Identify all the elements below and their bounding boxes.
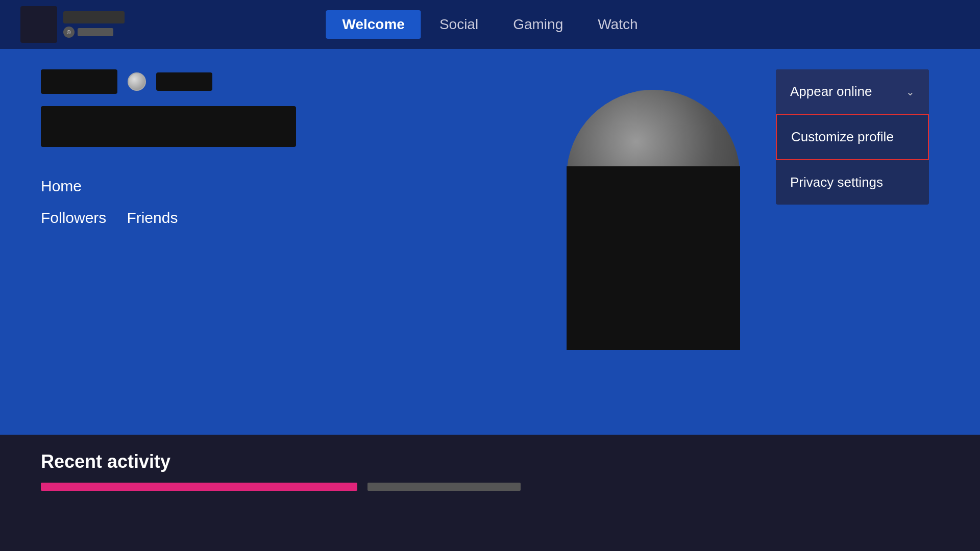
gamertag-row: © bbox=[63, 27, 125, 38]
privacy-settings-item[interactable]: Privacy settings bbox=[776, 160, 929, 205]
tab-welcome[interactable]: Welcome bbox=[326, 10, 421, 39]
profile-nav-links: Home Followers Friends bbox=[41, 171, 286, 231]
privacy-settings-label: Privacy settings bbox=[790, 174, 883, 190]
tab-watch[interactable]: Watch bbox=[581, 10, 654, 39]
avatar-body bbox=[567, 166, 740, 350]
bio-block bbox=[41, 106, 296, 147]
online-indicator bbox=[128, 72, 146, 91]
left-panel: Home Followers Friends bbox=[0, 49, 327, 435]
gamertag-text bbox=[78, 28, 113, 36]
tab-gaming[interactable]: Gaming bbox=[497, 10, 579, 39]
chevron-down-icon: ⌄ bbox=[906, 86, 915, 98]
activity-bar-gray bbox=[368, 483, 521, 491]
profile-area: © bbox=[20, 6, 125, 43]
main-navigation: Welcome Social Gaming Watch bbox=[326, 10, 654, 39]
main-content: Home Followers Friends Appear online ⌄ C… bbox=[0, 49, 980, 435]
activity-bar-pink bbox=[41, 483, 357, 491]
profile-info: © bbox=[63, 11, 125, 38]
followers-link[interactable]: Followers bbox=[41, 209, 106, 227]
avatar-small bbox=[20, 6, 57, 43]
gamertag-icon: © bbox=[63, 27, 75, 38]
recent-activity-title: Recent activity bbox=[41, 451, 939, 472]
appear-online-item[interactable]: Appear online ⌄ bbox=[776, 69, 929, 114]
customize-profile-item[interactable]: Customize profile bbox=[776, 114, 929, 160]
username-bar bbox=[63, 11, 125, 23]
tab-social[interactable]: Social bbox=[423, 10, 495, 39]
customize-profile-label: Customize profile bbox=[791, 129, 894, 145]
friends-link[interactable]: Friends bbox=[127, 209, 178, 227]
bottom-bar: Recent activity bbox=[0, 435, 980, 551]
appear-online-label: Appear online bbox=[790, 84, 872, 99]
home-link[interactable]: Home bbox=[41, 171, 286, 201]
top-navigation-bar: © Welcome Social Gaming Watch bbox=[0, 0, 980, 49]
status-text-block bbox=[156, 72, 212, 91]
sub-links: Followers Friends bbox=[41, 205, 286, 231]
profile-dropdown-menu: Appear online ⌄ Customize profile Privac… bbox=[776, 69, 929, 205]
profile-header-row bbox=[41, 69, 286, 94]
profile-name-block bbox=[41, 69, 117, 94]
activity-bars bbox=[41, 483, 939, 491]
